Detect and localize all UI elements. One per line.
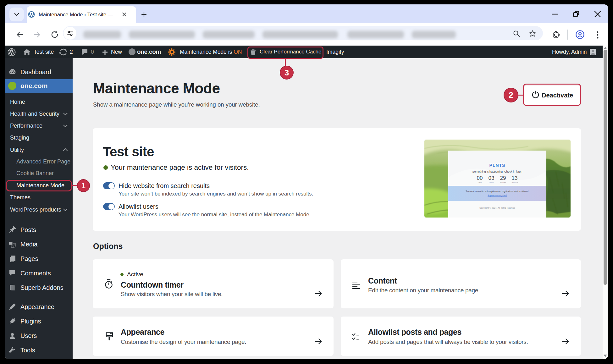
svg-text:29: 29: [500, 175, 506, 181]
svg-text:Seconds: Seconds: [511, 181, 518, 183]
svg-text:13: 13: [512, 175, 518, 181]
svg-text:Anyone can register?: Anyone can register?: [488, 194, 507, 197]
svg-text:00: 00: [477, 175, 483, 181]
svg-text:Hours: Hours: [489, 181, 494, 183]
svg-text:Minutes: Minutes: [500, 181, 506, 183]
svg-text:PLNTS: PLNTS: [489, 163, 505, 168]
svg-text:To enable newsletter subscript: To enable newsletter subscriptions user …: [466, 190, 529, 193]
svg-text:Something is happening. Check: Something is happening. Check in later!: [472, 170, 522, 173]
svg-text:Copyright © 2024. All rights r: Copyright © 2024. All rights reserved: [479, 207, 515, 209]
svg-text:Days: Days: [478, 181, 482, 183]
svg-text:03: 03: [489, 175, 494, 181]
